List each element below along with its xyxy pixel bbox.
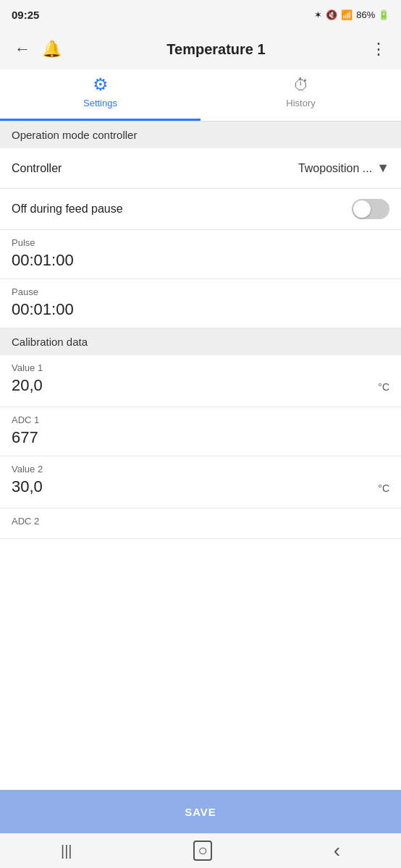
bell-button[interactable]: 🔔 [36, 34, 67, 64]
value1-unit: °C [378, 376, 389, 398]
controller-label: Controller [12, 162, 62, 175]
adc1-value: 677 [12, 428, 389, 447]
feed-pause-row: Off during feed pause [0, 189, 401, 230]
back-button[interactable]: ← [9, 34, 36, 64]
history-icon: ⏱ [293, 76, 309, 95]
tab-settings-label: Settings [83, 98, 117, 109]
feed-pause-toggle[interactable] [352, 199, 389, 219]
page-title: Temperature 1 [67, 41, 365, 58]
value1-value: 20,0 [12, 376, 43, 395]
pulse-value: 00:01:00 [12, 251, 389, 270]
status-icons: ✶ 🔇 📶 86% 🔋 [314, 9, 389, 20]
pause-value: 00:01:00 [12, 300, 389, 319]
tab-settings[interactable]: ⚙ Settings [0, 69, 200, 121]
value1-row[interactable]: Value 1 20,0 °C [0, 355, 401, 407]
settings-icon: ⚙ [93, 75, 109, 95]
content-area: Operation mode controller Controller Two… [0, 122, 401, 790]
adc1-label: ADC 1 [12, 414, 389, 425]
feed-pause-label: Off during feed pause [12, 203, 123, 216]
tab-history[interactable]: ⏱ History [200, 69, 401, 121]
value2-value: 30,0 [12, 477, 43, 496]
more-button[interactable]: ⋮ [365, 34, 392, 64]
app-bar: ← 🔔 Temperature 1 ⋮ [0, 29, 401, 69]
nav-menu-button[interactable]: ||| [61, 843, 72, 859]
pulse-label: Pulse [12, 237, 389, 248]
section-header-operation: Operation mode controller [0, 122, 401, 148]
tab-history-label: History [286, 98, 315, 109]
dropdown-arrow-icon: ▼ [376, 161, 389, 176]
value1-label: Value 1 [12, 362, 389, 373]
battery-icon: 86% 🔋 [356, 9, 389, 20]
controller-value: Twoposition ... [298, 162, 372, 175]
value2-label: Value 2 [12, 464, 389, 475]
wifi-icon: 📶 [341, 9, 353, 20]
adc2-row[interactable]: ADC 2 [0, 509, 401, 539]
section-header-calibration: Calibration data [0, 328, 401, 355]
bluetooth-icon: ✶ [314, 9, 322, 20]
save-button[interactable]: SAVE [0, 790, 401, 833]
value2-unit: °C [378, 477, 389, 499]
adc2-label: ADC 2 [12, 516, 389, 527]
adc1-row[interactable]: ADC 1 677 [0, 407, 401, 456]
mute-icon: 🔇 [326, 9, 337, 20]
pulse-row[interactable]: Pulse 00:01:00 [0, 230, 401, 279]
pause-label: Pause [12, 286, 389, 297]
controller-row[interactable]: Controller Twoposition ... ▼ [0, 148, 401, 189]
pause-row[interactable]: Pause 00:01:00 [0, 279, 401, 328]
toggle-knob [353, 200, 371, 218]
nav-back-button[interactable]: ‹ [334, 839, 340, 862]
value2-row[interactable]: Value 2 30,0 °C [0, 456, 401, 509]
nav-bar: ||| ○ ‹ [0, 833, 401, 868]
tabs: ⚙ Settings ⏱ History [0, 69, 401, 122]
controller-value-group: Twoposition ... ▼ [298, 161, 389, 176]
status-time: 09:25 [12, 9, 39, 21]
nav-home-button[interactable]: ○ [193, 841, 211, 861]
status-bar: 09:25 ✶ 🔇 📶 86% 🔋 [0, 0, 401, 29]
save-label: SAVE [185, 806, 216, 818]
